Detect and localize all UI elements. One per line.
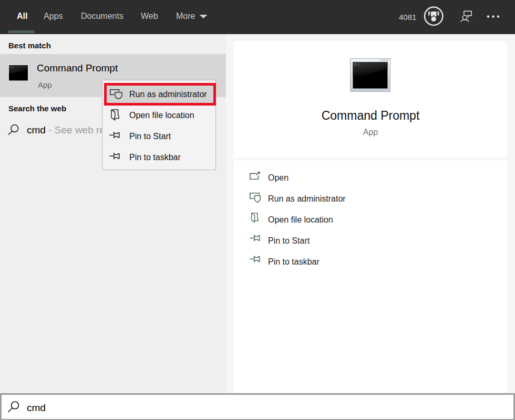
svg-text:C:\_: C:\_ bbox=[9, 66, 14, 68]
svg-text:C:\_: C:\_ bbox=[355, 64, 362, 67]
